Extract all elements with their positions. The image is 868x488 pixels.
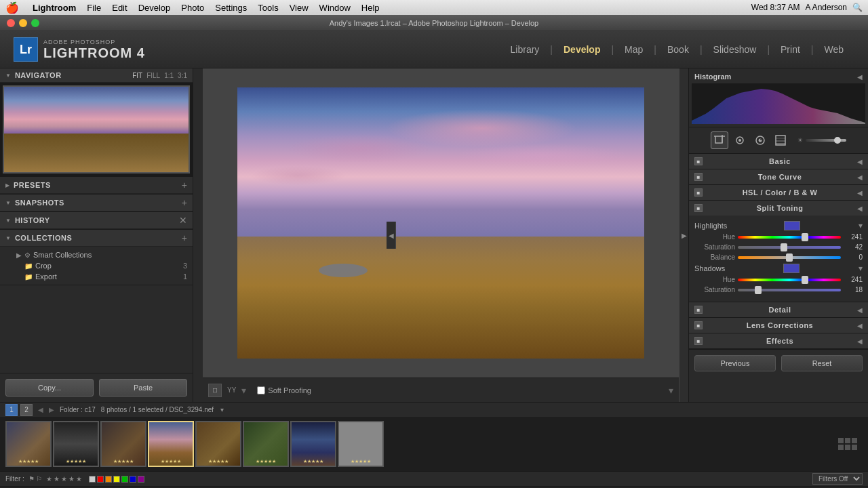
- nav-fit[interactable]: FIT: [132, 72, 142, 79]
- collections-export-item[interactable]: 📁 Export 1: [0, 271, 193, 282]
- collections-header[interactable]: ▼ Collections +: [0, 230, 193, 247]
- minimize-button[interactable]: [19, 19, 27, 27]
- snapshots-add-button[interactable]: +: [182, 197, 187, 208]
- tone-curve-toggle[interactable]: ■: [694, 173, 703, 181]
- close-button[interactable]: [7, 19, 15, 27]
- lens-corrections-header[interactable]: ■ Lens Corrections ◀: [689, 318, 868, 333]
- paste-button[interactable]: Paste: [99, 379, 187, 396]
- menu-photo[interactable]: Photo: [181, 3, 204, 13]
- filter-color-purple[interactable]: [138, 476, 144, 483]
- lens-toggle[interactable]: ■: [694, 321, 703, 329]
- histogram-arrow[interactable]: ◀: [857, 73, 863, 81]
- tone-curve-header[interactable]: ■ Tone Curve ◀: [689, 169, 868, 184]
- menu-tools[interactable]: Tools: [258, 3, 278, 13]
- filmstrip-thumb-1[interactable]: ★★★★★: [5, 421, 52, 467]
- shadows-sat-slider[interactable]: [738, 289, 841, 291]
- menu-window[interactable]: Window: [319, 3, 351, 13]
- collections-smart-item[interactable]: ▶ ⚙ Smart Collections: [0, 249, 193, 260]
- split-toning-header[interactable]: ■ Split Toning ◀: [689, 201, 868, 216]
- menu-settings[interactable]: Settings: [215, 3, 247, 13]
- reset-button[interactable]: Reset: [781, 355, 863, 371]
- hsl-header[interactable]: ■ HSL / Color / B & W ◀: [689, 185, 868, 200]
- history-close-button[interactable]: ✕: [179, 215, 187, 226]
- tab-library[interactable]: Library: [500, 41, 551, 58]
- presets-add-button[interactable]: +: [182, 180, 187, 190]
- shadows-swatch-expand[interactable]: ▾: [859, 264, 863, 273]
- navigator-header[interactable]: ▼ Navigator FIT FILL 1:1 3:1: [0, 68, 193, 83]
- previous-button[interactable]: Previous: [694, 355, 776, 371]
- nav-ratio1[interactable]: 1:1: [164, 72, 174, 79]
- page-2-btn[interactable]: 2: [20, 404, 33, 416]
- nav-prev-icon[interactable]: ◀: [38, 406, 43, 413]
- detail-toggle[interactable]: ■: [694, 306, 703, 314]
- flag-reject-icon[interactable]: ⚐: [36, 475, 42, 483]
- menu-search-icon[interactable]: 🔍: [852, 3, 863, 12]
- filter-star-4[interactable]: ★: [68, 475, 75, 483]
- grid-view-icon[interactable]: [838, 438, 857, 450]
- basic-toggle[interactable]: ■: [694, 157, 703, 165]
- detail-header[interactable]: ■ Detail ◀: [689, 302, 868, 317]
- highlights-sat-slider[interactable]: [738, 246, 841, 249]
- menu-lightroom[interactable]: Lightroom: [33, 3, 76, 13]
- filmstrip-thumb-7[interactable]: ★★★★★: [290, 421, 336, 467]
- basic-section-header[interactable]: ■ Basic ◀: [689, 154, 868, 169]
- snapshots-header[interactable]: ▼ Snapshots +: [0, 195, 193, 211]
- tool-brightness-slider[interactable]: [806, 139, 846, 142]
- left-panel-collapse-arrow[interactable]: ◀: [387, 222, 396, 249]
- tab-print[interactable]: Print: [770, 41, 811, 58]
- tab-map[interactable]: Map: [614, 41, 654, 58]
- filmstrip-thumb-3[interactable]: ★★★★★: [100, 421, 146, 467]
- highlights-color-swatch[interactable]: [784, 221, 800, 230]
- hsl-toggle[interactable]: ■: [694, 188, 703, 197]
- nav-ratio3[interactable]: 3:1: [178, 72, 187, 79]
- filter-color-red[interactable]: [97, 476, 104, 483]
- split-toning-toggle[interactable]: ■: [694, 204, 703, 212]
- spot-heal-tool[interactable]: [731, 131, 749, 149]
- presets-header[interactable]: ▶ Presets +: [0, 177, 193, 194]
- balance-slider[interactable]: [738, 256, 841, 259]
- filename-expand-icon[interactable]: ▾: [220, 406, 224, 413]
- filter-color-orange[interactable]: [105, 476, 112, 483]
- menu-edit[interactable]: Edit: [112, 3, 127, 13]
- filter-color-blue[interactable]: [130, 476, 136, 483]
- filter-star-3[interactable]: ★: [61, 475, 67, 483]
- tab-book[interactable]: Book: [656, 41, 700, 58]
- history-header[interactable]: ▼ History ✕: [0, 212, 193, 229]
- red-eye-tool[interactable]: [751, 131, 769, 149]
- filmstrip-thumb-6[interactable]: ★★★★★: [243, 421, 289, 467]
- apple-menu[interactable]: 🍎: [5, 1, 19, 14]
- collections-add-button[interactable]: +: [182, 232, 187, 243]
- copy-button[interactable]: Copy...: [5, 379, 94, 396]
- menu-develop[interactable]: Develop: [138, 3, 171, 13]
- effects-toggle[interactable]: ■: [694, 337, 703, 345]
- crop-tool[interactable]: [711, 131, 728, 149]
- filter-star-5[interactable]: ★: [76, 475, 82, 483]
- filter-color-yellow[interactable]: [113, 476, 120, 483]
- maximize-button[interactable]: [31, 19, 39, 27]
- filter-star-2[interactable]: ★: [54, 475, 60, 483]
- filter-color-none[interactable]: [89, 476, 96, 483]
- soft-proofing-checkbox[interactable]: [257, 386, 265, 394]
- tab-develop[interactable]: Develop: [553, 41, 611, 58]
- collections-crop-item[interactable]: 📁 Crop 3: [0, 260, 193, 271]
- view-mode-button[interactable]: □: [208, 384, 222, 397]
- filters-off-dropdown[interactable]: Filters Off: [812, 473, 863, 485]
- menu-help[interactable]: Help: [361, 3, 380, 13]
- graduated-filter-tool[interactable]: [772, 131, 789, 149]
- highlights-hue-slider[interactable]: [738, 236, 841, 239]
- menu-file[interactable]: File: [87, 3, 101, 13]
- filmstrip-thumb-4[interactable]: ★★★★★: [148, 421, 194, 467]
- filmstrip-thumb-8[interactable]: ★★★★★: [338, 421, 384, 467]
- filter-color-green[interactable]: [121, 476, 128, 483]
- filmstrip-thumb-2[interactable]: ★★★★★: [53, 421, 99, 467]
- shadows-hue-slider[interactable]: [738, 279, 841, 281]
- right-panel-collapse-arrow[interactable]: ▶: [679, 68, 688, 402]
- highlights-swatch-expand[interactable]: ▾: [859, 221, 863, 230]
- menu-view[interactable]: View: [290, 3, 309, 13]
- flag-white-icon[interactable]: ⚑: [28, 475, 35, 483]
- effects-header[interactable]: ■ Effects ◀: [689, 333, 868, 348]
- nav-fill[interactable]: FILL: [146, 72, 160, 79]
- nav-next-icon[interactable]: ▶: [49, 406, 54, 413]
- filter-star-1[interactable]: ★: [46, 475, 52, 483]
- tab-slideshow[interactable]: Slideshow: [703, 41, 768, 58]
